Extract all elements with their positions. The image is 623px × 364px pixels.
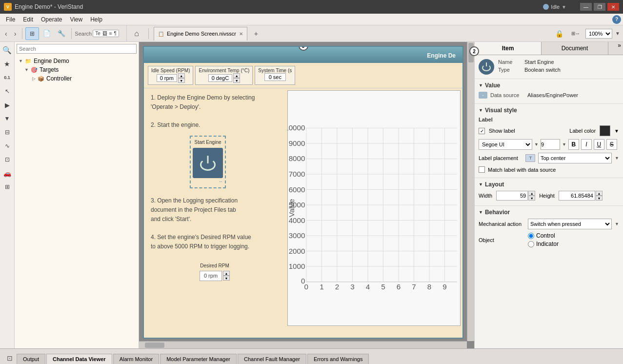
- config-button[interactable]: 🔧: [55, 27, 68, 40]
- width-input[interactable]: [496, 191, 528, 201]
- horizontal-scrollbar[interactable]: [139, 341, 467, 348]
- tree-item-targets[interactable]: ▼ 🎯 Targets: [17, 65, 137, 74]
- home-button[interactable]: ⌂: [130, 27, 143, 40]
- help-button[interactable]: ?: [612, 15, 621, 24]
- tab-errors-warnings[interactable]: Errors and Warnings: [307, 354, 369, 364]
- idle-speed-value[interactable]: 0 rpm: [157, 74, 177, 82]
- tree-item-engine-demo[interactable]: ▼ 📁 Engine Demo: [17, 57, 137, 65]
- idle-speed-down[interactable]: ▼: [178, 78, 185, 83]
- tab-channel-data-viewer[interactable]: Channel Data Viewer: [46, 354, 112, 364]
- start-engine-selection[interactable]: Start Engine: [190, 136, 226, 188]
- show-label-checkbox[interactable]: ✓: [479, 128, 485, 134]
- tab-output[interactable]: Output: [17, 354, 45, 364]
- visual-style-title[interactable]: ▼ Visual style: [479, 107, 619, 114]
- width-stepper[interactable]: ▲ ▼: [528, 191, 535, 201]
- sys-time-value[interactable]: 0 sec: [264, 73, 286, 81]
- tab-document[interactable]: Document: [542, 42, 608, 55]
- file-button[interactable]: 📄: [40, 27, 54, 40]
- canvas-tab-label[interactable]: Engine Demo Screen.nivsscr: [167, 31, 236, 37]
- width-down[interactable]: ▼: [528, 196, 535, 201]
- label-color-swatch[interactable]: [600, 125, 610, 136]
- env-temp-up[interactable]: ▲: [233, 73, 240, 78]
- add-tab-button[interactable]: +: [250, 29, 262, 39]
- font-family-select[interactable]: Segoe UI: [479, 139, 532, 150]
- width-up[interactable]: ▲: [528, 191, 535, 196]
- control-radio[interactable]: [528, 233, 534, 239]
- dropdown-button[interactable]: ▼: [1, 112, 14, 125]
- start-engine-button[interactable]: [193, 148, 223, 178]
- tab-alarm-monitor[interactable]: Alarm Monitor: [113, 354, 159, 364]
- divider-button[interactable]: ⊟: [1, 126, 14, 139]
- strikethrough-button[interactable]: S: [606, 139, 617, 150]
- h-scroll-thumb[interactable]: [145, 343, 164, 348]
- forward-button[interactable]: ›: [11, 30, 20, 38]
- env-temp-stepper[interactable]: ▲ ▼: [233, 73, 240, 83]
- screen-canvas[interactable]: 3 Engine De Idle Speed (RPM) 0 rpm: [143, 46, 463, 339]
- mechanical-action-select[interactable]: Switch when pressed Switch when released…: [528, 219, 612, 229]
- wave-button[interactable]: ∿: [1, 140, 14, 152]
- right-panel-tabs: Item Document »: [475, 42, 623, 55]
- file-btn2[interactable]: ⊡: [1, 153, 14, 166]
- height-input[interactable]: [559, 191, 595, 201]
- menu-edit[interactable]: Edit: [19, 15, 37, 24]
- cursor-button[interactable]: ↖: [1, 85, 14, 98]
- menu-file[interactable]: File: [2, 15, 19, 24]
- snap-button[interactable]: ⊞↔: [569, 27, 583, 40]
- play-button[interactable]: ▶: [1, 99, 14, 111]
- menu-help[interactable]: Help: [86, 15, 106, 24]
- zoom-in-button[interactable]: 🔍: [1, 44, 14, 57]
- placement-select[interactable]: Top center Bottom center Left Right: [538, 153, 612, 163]
- car-button[interactable]: 🚗: [1, 167, 14, 180]
- menu-view[interactable]: View: [66, 15, 86, 24]
- match-label-checkbox[interactable]: [479, 166, 485, 173]
- targets-label: Targets: [40, 66, 59, 73]
- star-button[interactable]: ★: [1, 58, 14, 70]
- tab-close-icon[interactable]: ✕: [239, 31, 243, 37]
- bold-button[interactable]: B: [568, 139, 579, 150]
- resize-handle[interactable]: ↔: [219, 178, 223, 185]
- font-dropdown-arrow: ▼: [534, 142, 539, 147]
- tab-channel-fault-manager[interactable]: Channel Fault Manager: [238, 354, 306, 364]
- lock-button[interactable]: 🔒: [552, 27, 566, 40]
- grid-button[interactable]: ⊞: [1, 181, 14, 193]
- vertical-scrollbar[interactable]: [467, 42, 474, 341]
- layout-section-title[interactable]: ▼ Layout: [479, 181, 619, 188]
- env-temp-value[interactable]: 0 degC: [208, 74, 232, 82]
- env-temp-down[interactable]: ▼: [233, 78, 240, 83]
- menu-operate[interactable]: Operate: [37, 15, 66, 24]
- desired-rpm-down[interactable]: ▼: [223, 276, 230, 281]
- indicator-radio[interactable]: [528, 241, 534, 247]
- desired-rpm-stepper[interactable]: ▲ ▼: [223, 271, 230, 281]
- color-dropdown-arrow[interactable]: ▼: [614, 128, 619, 134]
- tab-model-parameter-manager[interactable]: Model Parameter Manager: [160, 354, 237, 364]
- number-button[interactable]: 0.1: [1, 71, 14, 84]
- maximize-button[interactable]: ❐: [594, 3, 605, 11]
- underline-button[interactable]: U: [594, 139, 604, 150]
- height-up[interactable]: ▲: [596, 191, 603, 196]
- idle-speed-up[interactable]: ▲: [178, 73, 185, 78]
- desired-rpm-up[interactable]: ▲: [223, 271, 230, 276]
- svg-text:8000: 8000: [289, 154, 305, 162]
- minimize-button[interactable]: —: [580, 3, 592, 11]
- panel-expand-button[interactable]: »: [608, 42, 623, 55]
- behavior-section-title[interactable]: ▼ Behavior: [479, 209, 619, 216]
- font-size-input[interactable]: [541, 139, 560, 150]
- value-section-title[interactable]: ▼ Value: [479, 82, 619, 89]
- show-label-row: ✓ Show label Label color ▼: [479, 125, 619, 136]
- zoom-select[interactable]: 100% 75% 50% 150%: [585, 29, 612, 39]
- tab-item[interactable]: Item: [475, 42, 542, 55]
- svg-text:9000: 9000: [289, 139, 305, 147]
- bottom-nav-button[interactable]: ⊡: [4, 352, 16, 364]
- back-button[interactable]: ‹: [2, 30, 10, 38]
- ui-view-button[interactable]: ⊞: [25, 27, 39, 40]
- italic-button[interactable]: I: [581, 139, 592, 150]
- close-button[interactable]: ✕: [607, 3, 619, 11]
- start-engine-label-text: Start Engine: [193, 139, 223, 146]
- tree-item-controller[interactable]: ▷ 📦 Controller: [17, 74, 137, 83]
- search-input[interactable]: [17, 44, 137, 54]
- desired-rpm-value[interactable]: 0 rpm: [200, 271, 222, 282]
- height-stepper[interactable]: ▲ ▼: [596, 191, 603, 201]
- type-label: Type: [498, 67, 522, 73]
- idle-speed-stepper[interactable]: ▲ ▼: [178, 73, 185, 83]
- height-down[interactable]: ▼: [596, 196, 603, 201]
